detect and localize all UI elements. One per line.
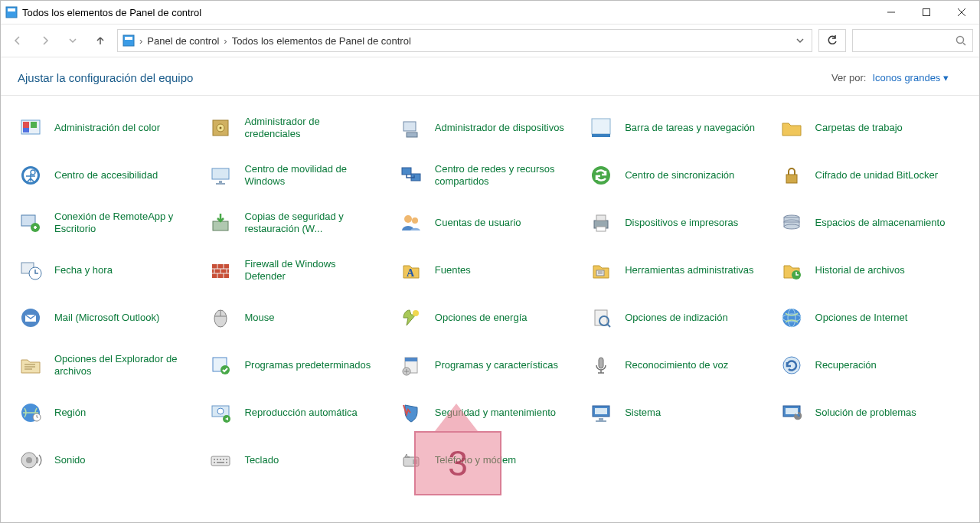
divider — [1, 95, 979, 96]
cpl-item-label: Herramientas administrativas — [625, 264, 753, 276]
cpl-item-defaults[interactable]: Programas predeterminados — [204, 347, 394, 384]
cpl-item-folder[interactable]: Carpetas de trabajo — [776, 110, 965, 146]
cpl-item-firewall[interactable]: Firewall de Windows Defender — [204, 252, 394, 289]
svg-point-78 — [26, 457, 32, 463]
cpl-item-storage[interactable]: Espacios de almacenamiento — [776, 204, 965, 241]
content-area: Ajustar la configuración del equipo Ver … — [1, 57, 979, 522]
search-box[interactable] — [852, 29, 973, 52]
users-icon — [398, 210, 424, 236]
recent-button[interactable] — [62, 30, 83, 51]
admin-icon — [588, 257, 614, 283]
cpl-item-speech[interactable]: Reconocimiento de voz — [585, 347, 775, 384]
cpl-item-fonts[interactable]: AFuentes — [395, 252, 585, 289]
cpl-item-region[interactable]: Región — [15, 394, 204, 431]
cpl-item-keyboard[interactable]: Teclado — [204, 442, 394, 479]
fonts-icon: A — [398, 257, 424, 283]
color-icon — [18, 115, 44, 141]
cpl-item-safe[interactable]: Administrador de credenciales — [204, 110, 394, 146]
breadcrumb-current[interactable]: Todos los elementos de Panel de control — [232, 35, 411, 47]
cpl-item-autoplay[interactable]: Reproducción automática — [204, 394, 394, 431]
svg-line-55 — [607, 324, 610, 327]
svg-rect-17 — [403, 122, 416, 131]
cpl-item-history[interactable]: Historial de archivos — [776, 252, 965, 289]
mobility-icon — [207, 162, 234, 188]
up-button[interactable] — [90, 30, 111, 51]
cpl-item-label: Mail (Microsoft Outlook) — [54, 312, 159, 324]
view-by-value[interactable]: Iconos grandes ▾ — [872, 72, 949, 83]
cpl-item-users[interactable]: Cuentas de usuario — [395, 204, 585, 241]
svg-rect-37 — [596, 227, 606, 231]
cpl-item-color[interactable]: Administración del color — [15, 110, 204, 146]
cpl-item-label: Centro de movilidad de Windows — [244, 163, 374, 188]
cpl-item-label: Centro de sincronización — [625, 169, 734, 181]
page-header: Ajustar la configuración del equipo Ver … — [1, 57, 979, 95]
back-button[interactable] — [7, 30, 28, 51]
cpl-item-troubleshoot[interactable]: Solución de problemas — [776, 394, 965, 431]
cpl-item-label: Teclado — [244, 454, 279, 466]
cpl-item-label: Firewall de Windows Defender — [244, 258, 374, 283]
cpl-item-security[interactable]: Seguridad y mantenimiento — [395, 394, 585, 431]
cpl-item-lock[interactable]: Cifrado de unidad BitLocker — [776, 157, 965, 194]
cpl-item-internet[interactable]: Opciones de Internet — [776, 299, 965, 336]
cpl-item-clock[interactable]: Fecha y hora — [15, 252, 204, 289]
taskbar-icon — [588, 115, 614, 141]
cpl-item-admin[interactable]: Herramientas administrativas — [585, 252, 775, 289]
minimize-button[interactable] — [874, 1, 909, 24]
cpl-item-power[interactable]: Opciones de energía — [395, 299, 585, 336]
cpl-item-backup[interactable]: Copias de seguridad y restauración (W... — [204, 204, 394, 241]
view-by-label: Ver por: — [831, 72, 867, 83]
svg-rect-62 — [405, 358, 417, 361]
svg-text:A: A — [407, 267, 415, 279]
cpl-item-recovery[interactable]: Recuperación — [776, 347, 965, 384]
cpl-item-access[interactable]: Centro de accesibilidad — [15, 157, 204, 194]
folder-icon — [779, 115, 805, 141]
svg-rect-25 — [216, 183, 225, 185]
folderopt-icon — [18, 352, 44, 378]
backup-icon — [207, 210, 234, 236]
cpl-item-label: Región — [54, 407, 86, 419]
svg-point-8 — [957, 37, 964, 44]
cpl-item-index[interactable]: Opciones de indización — [585, 299, 775, 336]
cpl-item-programs[interactable]: Programas y características — [395, 347, 585, 384]
svg-rect-12 — [31, 122, 37, 128]
keyboard-icon — [207, 447, 234, 473]
cpl-item-label: Conexión de RemoteApp y Escritorio — [54, 211, 185, 236]
maximize-button[interactable] — [909, 1, 944, 24]
internet-icon — [779, 305, 805, 331]
cpl-item-folderopt[interactable]: Opciones del Explorador de archivos — [15, 347, 204, 384]
refresh-button[interactable] — [818, 29, 846, 52]
svg-rect-23 — [212, 168, 229, 179]
cpl-item-mobility[interactable]: Centro de movilidad de Windows — [204, 157, 394, 194]
cpl-item-remote[interactable]: Conexión de RemoteApp y Escritorio — [15, 204, 204, 241]
svg-rect-1 — [8, 8, 15, 11]
cpl-item-device[interactable]: Administrador de dispositivos — [395, 110, 585, 146]
cpl-item-label: Opciones del Explorador de archivos — [54, 353, 185, 378]
mail-icon — [18, 305, 44, 331]
cpl-item-label: Administración del color — [54, 122, 160, 134]
cpl-item-system[interactable]: Sistema — [585, 394, 775, 431]
cpl-item-sync[interactable]: Centro de sincronización — [585, 157, 775, 194]
cpl-item-label: Recuperación — [815, 359, 877, 371]
breadcrumb-root[interactable]: Panel de control — [147, 35, 219, 47]
cpl-item-label: Centro de accesibilidad — [54, 169, 158, 181]
cpl-item-phone[interactable]: Teléfono y módem — [395, 442, 585, 479]
forward-button[interactable] — [34, 30, 56, 51]
cpl-item-printer[interactable]: Dispositivos e impresoras — [585, 204, 775, 241]
device-icon — [398, 115, 424, 141]
svg-rect-36 — [596, 215, 606, 221]
svg-rect-18 — [407, 132, 417, 137]
clock-icon — [18, 257, 44, 283]
svg-rect-26 — [402, 168, 411, 175]
cpl-item-mail[interactable]: Mail (Microsoft Outlook) — [15, 299, 204, 336]
lock-icon — [779, 162, 805, 188]
cpl-item-taskbar[interactable]: Barra de tareas y navegación — [585, 110, 775, 146]
close-button[interactable] — [944, 1, 979, 24]
address-bar[interactable]: › Panel de control › Todos los elementos… — [117, 29, 812, 52]
cpl-item-network[interactable]: Centro de redes y recursos compartidos — [395, 157, 585, 194]
address-dropdown[interactable] — [793, 37, 807, 44]
cpl-item-mouse[interactable]: Mouse — [204, 299, 394, 336]
defaults-icon — [207, 352, 234, 378]
svg-rect-13 — [23, 128, 29, 132]
svg-point-28 — [592, 166, 610, 185]
cpl-item-sound[interactable]: Sonido — [15, 442, 204, 479]
